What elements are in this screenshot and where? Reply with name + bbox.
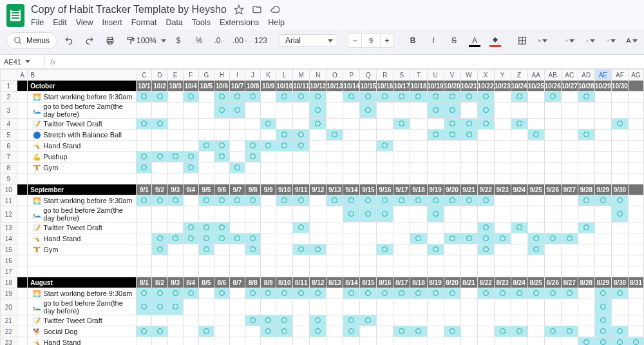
habit-day-cell[interactable]	[198, 163, 214, 173]
col-header-L[interactable]: L	[276, 70, 293, 81]
date-header[interactable]: 9/4	[183, 184, 198, 195]
name-box[interactable]: AE41	[0, 55, 45, 68]
currency-button[interactable]: $	[170, 32, 187, 49]
date-header[interactable]: 8/12	[310, 277, 327, 288]
habit-day-cell[interactable]	[198, 195, 214, 206]
habit-day-cell[interactable]	[310, 222, 327, 233]
habit-day-cell[interactable]	[511, 103, 527, 119]
date-header[interactable]: 10/4	[183, 81, 198, 92]
row-header-20[interactable]: 20	[1, 299, 17, 315]
habit-day-cell[interactable]	[477, 92, 494, 103]
habit-day-cell[interactable]	[427, 244, 444, 255]
cell[interactable]	[229, 255, 245, 266]
cell[interactable]	[17, 92, 28, 103]
habit-day-cell[interactable]	[245, 130, 261, 141]
habit-day-cell[interactable]	[494, 92, 511, 103]
habit-day-cell[interactable]	[152, 222, 167, 233]
habit-day-cell[interactable]	[377, 233, 393, 244]
habit-day-cell[interactable]	[152, 163, 167, 173]
habit-day-cell[interactable]	[229, 233, 245, 244]
habit-day-cell[interactable]	[229, 288, 245, 299]
date-header[interactable]: 9/28	[578, 184, 594, 195]
menu-file[interactable]: File	[31, 18, 44, 27]
habit-day-cell[interactable]	[310, 233, 327, 244]
habit-day-cell[interactable]	[167, 337, 183, 346]
date-header[interactable]: 8/17	[393, 277, 410, 288]
habit-day-cell[interactable]	[477, 244, 494, 255]
cell[interactable]	[343, 266, 360, 277]
habit-day-cell[interactable]	[544, 222, 561, 233]
habit-day-cell[interactable]	[393, 152, 410, 163]
row-header-9[interactable]: 9	[1, 173, 17, 184]
date-header[interactable]: 9/12	[310, 184, 327, 195]
habit-day-cell[interactable]	[444, 119, 460, 130]
habit-day-cell[interactable]	[578, 299, 594, 315]
habit-day-cell[interactable]	[343, 233, 360, 244]
habit-day-cell[interactable]	[427, 233, 444, 244]
habit-day-cell[interactable]	[477, 163, 494, 173]
date-header[interactable]: 8/20	[444, 277, 460, 288]
habit-day-cell[interactable]	[410, 92, 427, 103]
habit-day-cell[interactable]	[494, 222, 511, 233]
habit-day-cell[interactable]	[377, 288, 393, 299]
cell[interactable]	[17, 266, 28, 277]
habit-day-cell[interactable]	[183, 119, 198, 130]
cell[interactable]	[343, 255, 360, 266]
habit-day-cell[interactable]	[343, 315, 360, 326]
habit-day-cell[interactable]	[544, 152, 561, 163]
cell[interactable]	[377, 173, 393, 184]
date-header[interactable]: 8/29	[594, 277, 611, 288]
habit-day-cell[interactable]	[477, 326, 494, 337]
habit-day-cell[interactable]	[360, 233, 377, 244]
habit-day-cell[interactable]	[611, 119, 628, 130]
habit-day-cell[interactable]	[427, 130, 444, 141]
habit-day-cell[interactable]	[261, 195, 276, 206]
habit-day-cell[interactable]	[137, 326, 152, 337]
date-header[interactable]: 10/3	[167, 81, 183, 92]
habit-day-cell[interactable]	[327, 337, 343, 346]
habit-day-cell[interactable]	[245, 244, 261, 255]
habit-day-cell[interactable]	[628, 130, 643, 141]
habit-day-cell[interactable]	[511, 288, 527, 299]
habit-day-cell[interactable]	[310, 315, 327, 326]
habit-day-cell[interactable]	[245, 195, 261, 206]
col-header-A[interactable]: A	[17, 70, 28, 81]
habit-day-cell[interactable]	[393, 141, 410, 152]
date-header[interactable]: 8/14	[343, 277, 360, 288]
habit-day-cell[interactable]	[393, 326, 410, 337]
habit-day-cell[interactable]	[494, 103, 511, 119]
col-header-S[interactable]: S	[393, 70, 410, 81]
row-header-15[interactable]: 15	[1, 244, 17, 255]
habit-cell[interactable]: 🛏️go to bed before 2am(the day before)	[28, 206, 137, 222]
habit-day-cell[interactable]	[460, 315, 477, 326]
habit-day-cell[interactable]	[410, 337, 427, 346]
habit-day-cell[interactable]	[214, 152, 229, 163]
habit-day-cell[interactable]	[183, 92, 198, 103]
habit-day-cell[interactable]	[310, 152, 327, 163]
habit-day-cell[interactable]	[494, 119, 511, 130]
date-header[interactable]: 9/20	[444, 184, 460, 195]
habit-day-cell[interactable]	[594, 326, 611, 337]
habit-day-cell[interactable]	[628, 92, 643, 103]
habit-day-cell[interactable]	[578, 233, 594, 244]
habit-day-cell[interactable]	[578, 103, 594, 119]
habit-day-cell[interactable]	[229, 119, 245, 130]
col-header-AB[interactable]: AB	[544, 70, 561, 81]
habit-day-cell[interactable]	[460, 152, 477, 163]
habit-day-cell[interactable]	[561, 337, 578, 346]
habit-day-cell[interactable]	[261, 233, 276, 244]
star-icon[interactable]	[233, 4, 245, 15]
habit-day-cell[interactable]	[327, 152, 343, 163]
habit-day-cell[interactable]	[137, 119, 152, 130]
date-header[interactable]: 8/3	[167, 277, 183, 288]
habit-day-cell[interactable]	[427, 195, 444, 206]
habit-day-cell[interactable]	[229, 141, 245, 152]
habit-day-cell[interactable]	[594, 141, 611, 152]
date-header[interactable]: 9/26	[544, 184, 561, 195]
habit-day-cell[interactable]	[578, 222, 594, 233]
habit-day-cell[interactable]	[310, 103, 327, 119]
habit-day-cell[interactable]	[198, 141, 214, 152]
habit-day-cell[interactable]	[527, 244, 544, 255]
date-header[interactable]: 9/9	[261, 184, 276, 195]
cell[interactable]	[527, 266, 544, 277]
